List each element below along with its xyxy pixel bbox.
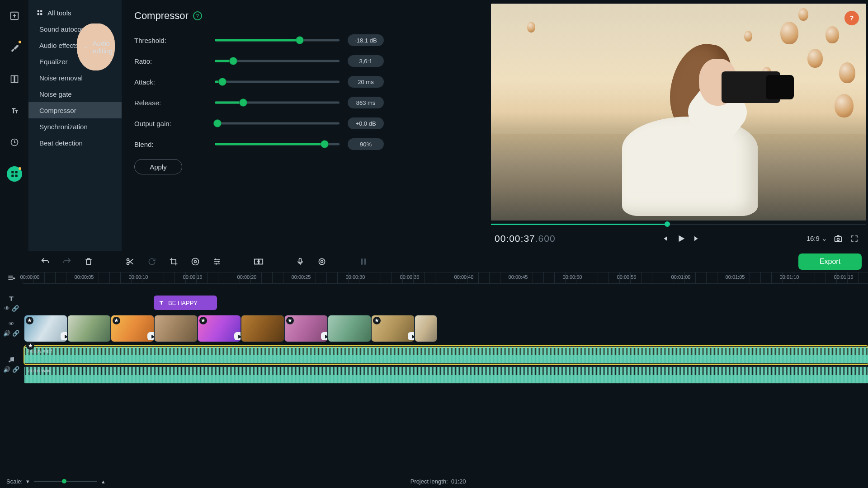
video-clip[interactable]: ★▶	[24, 315, 67, 342]
sidebar-label: All tools	[47, 9, 71, 17]
apply-button[interactable]: Apply	[134, 159, 182, 174]
volume-icon[interactable]: 🔊	[3, 330, 10, 337]
transition-icon[interactable]: ▶	[321, 332, 327, 340]
fullscreen-button[interactable]	[848, 232, 861, 245]
sidebar-item-noise-gate[interactable]: Noise gate	[28, 86, 122, 102]
star-icon: ★	[113, 317, 120, 324]
param-value[interactable]: 863 ms	[348, 97, 384, 108]
star-icon: ★	[26, 317, 33, 324]
title-track-head[interactable]: 👁🔗	[0, 294, 23, 313]
title-clip[interactable]: BE HAPPY	[154, 296, 217, 310]
undo-button[interactable]	[40, 256, 51, 267]
sidebar-item-synchronization[interactable]: Synchronization	[28, 118, 122, 135]
star-icon: ★	[286, 317, 294, 324]
param-slider[interactable]	[215, 58, 340, 64]
export-button[interactable]: Export	[798, 253, 862, 270]
video-clip[interactable]	[241, 315, 284, 342]
sidebar-item-noise-removal[interactable]: Noise removal	[28, 70, 122, 86]
video-clip[interactable]: ★▶	[111, 315, 154, 342]
timeline-ruler[interactable]: 00:00:0000:00:0500:00:1000:00:1500:00:20…	[23, 272, 868, 284]
more-tools-icon[interactable]	[7, 135, 22, 150]
param-value[interactable]: +0,0 dB	[348, 117, 384, 129]
redo-button[interactable]	[61, 256, 72, 267]
transition-icon[interactable]: ▶	[234, 332, 241, 340]
aspect-ratio-select[interactable]: 16:9 ⌄	[807, 235, 827, 243]
param-slider[interactable]	[215, 38, 340, 43]
preview-viewport[interactable]	[491, 4, 866, 221]
param-value[interactable]: 90%	[348, 138, 384, 150]
link-icon[interactable]: 🔗	[12, 330, 19, 337]
apps-icon[interactable]	[7, 166, 22, 182]
sidebar-item-beat-detection[interactable]: Beat detection	[28, 135, 122, 151]
video-clip[interactable]	[155, 315, 197, 342]
param-slider[interactable]	[215, 79, 340, 84]
zoom-in-icon[interactable]: ▴	[102, 478, 105, 485]
param-slider[interactable]	[215, 141, 340, 147]
audio-clip-1[interactable]: ★ happy.mp3	[24, 346, 868, 364]
star-icon: ★	[26, 342, 34, 350]
record-audio-button[interactable]	[295, 256, 306, 267]
transition-icon[interactable]: ▶	[408, 332, 414, 340]
sidebar-item-compressor[interactable]: Compressor	[28, 102, 122, 118]
param-value[interactable]: 3,6:1	[348, 55, 384, 67]
link-icon[interactable]: 🔗	[12, 366, 19, 373]
audio-clip-2[interactable]: audio.wav	[24, 366, 868, 384]
transition-icon[interactable]: ▶	[61, 332, 67, 340]
svg-rect-8	[38, 10, 39, 12]
transition-icon[interactable]: ▶	[147, 332, 154, 340]
add-track-button[interactable]	[0, 272, 23, 284]
next-frame-button[interactable]	[691, 232, 703, 245]
video-track-head[interactable]: 👁 🔊🔗	[0, 313, 23, 344]
panel-title: Compressor	[134, 10, 189, 22]
delete-button[interactable]	[83, 256, 94, 267]
param-value[interactable]: 20 ms	[348, 76, 384, 88]
crop-button[interactable]	[168, 256, 179, 267]
effects-icon[interactable]	[7, 40, 22, 55]
param-value[interactable]: -18,1 dB	[348, 34, 384, 46]
snapshot-button[interactable]	[832, 232, 844, 245]
play-button[interactable]	[675, 232, 687, 245]
record-video-button[interactable]	[316, 256, 327, 267]
volume-icon[interactable]: 🔊	[3, 366, 10, 373]
video-clip[interactable]	[68, 315, 110, 342]
add-media-icon[interactable]	[7, 8, 22, 23]
chevron-down-icon: ›	[83, 46, 90, 49]
video-clip[interactable]: ★▶	[372, 315, 414, 342]
text-icon[interactable]	[7, 103, 22, 118]
layout-icon[interactable]	[7, 71, 22, 87]
help-fab[interactable]: ?	[844, 11, 859, 25]
tracks-canvas[interactable]: BE HAPPY ★▶ ★▶ ★▶ ★▶ ★▶ ★ ha	[23, 284, 868, 474]
param-label: Blend:	[134, 141, 215, 148]
audio-track-head[interactable]: 🔊🔗	[0, 344, 23, 384]
eye-icon[interactable]: 👁	[9, 320, 14, 327]
eye-icon[interactable]: 👁	[4, 305, 10, 312]
help-icon[interactable]: ?	[193, 11, 202, 20]
grid-icon	[37, 9, 43, 16]
video-clip[interactable]	[415, 315, 437, 342]
adjust-button[interactable]	[212, 256, 222, 267]
video-clip[interactable]: ★▶	[198, 315, 241, 342]
scale-slider[interactable]	[34, 480, 97, 483]
rotate-button[interactable]	[146, 256, 157, 267]
sidebar-audio-editing[interactable]: › Audio editing	[77, 23, 115, 70]
preview-progress[interactable]	[491, 222, 866, 226]
param-label: Ratio:	[134, 57, 215, 65]
sidebar-all-tools[interactable]: All tools	[28, 5, 122, 21]
param-slider[interactable]	[215, 121, 340, 126]
text-icon	[158, 300, 165, 306]
zoom-out-icon[interactable]: ▾	[26, 478, 29, 485]
link-icon[interactable]: 🔗	[12, 305, 19, 312]
color-button[interactable]	[190, 256, 201, 267]
columns-button[interactable]	[358, 256, 369, 267]
param-slider[interactable]	[215, 100, 340, 105]
timecode: 00:00:37.600	[495, 233, 556, 244]
left-icon-rail	[0, 0, 28, 251]
svg-rect-20	[299, 258, 302, 263]
transition-button[interactable]	[253, 256, 264, 267]
split-button[interactable]	[125, 256, 136, 267]
video-clip[interactable]: ★▶	[285, 315, 327, 342]
scale-label: Scale:	[6, 478, 23, 485]
video-clip[interactable]	[328, 315, 371, 342]
video-track[interactable]: ★▶ ★▶ ★▶ ★▶ ★▶	[24, 315, 437, 342]
prev-frame-button[interactable]	[658, 232, 671, 245]
